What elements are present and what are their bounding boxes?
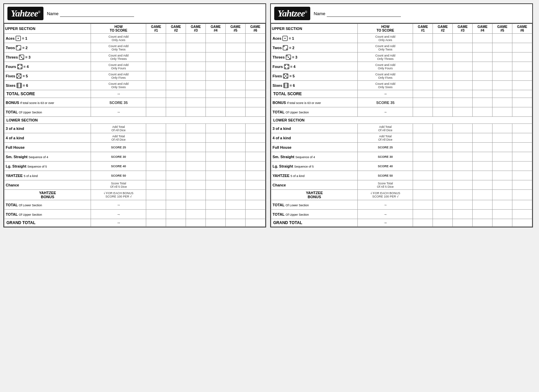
lower-cell-5-game-1[interactable] — [166, 171, 186, 180]
lower-cell-0-game-2[interactable] — [453, 124, 473, 133]
yahtzee-bonus-game-5[interactable] — [512, 190, 532, 200]
lower-cell-6-game-4[interactable] — [226, 180, 246, 190]
upper-cell-4-game-2[interactable] — [186, 71, 206, 81]
lower-cell-1-game-5[interactable] — [246, 133, 265, 143]
upper-cell-2-game-3[interactable] — [473, 52, 493, 62]
upper-cell-4-game-5[interactable] — [246, 71, 265, 81]
name-input-line[interactable] — [60, 10, 134, 17]
lower-cell-5-game-5[interactable] — [512, 171, 532, 180]
lower-cell-0-game-0[interactable] — [413, 124, 433, 133]
total-upper-game-0[interactable] — [146, 107, 166, 117]
lower-cell-5-game-4[interactable] — [226, 171, 246, 180]
upper-cell-2-game-5[interactable] — [246, 52, 265, 62]
lower-cell-1-game-5[interactable] — [512, 133, 532, 143]
lower-cell-4-game-2[interactable] — [453, 162, 473, 171]
yahtzee-bonus-game-3[interactable] — [473, 190, 493, 200]
upper-cell-1-game-4[interactable] — [493, 43, 512, 52]
upper-cell-4-game-0[interactable] — [146, 71, 166, 81]
bonus-game-0[interactable] — [146, 98, 166, 107]
lower-cell-0-game-0[interactable] — [146, 124, 166, 133]
upper-cell-3-game-4[interactable] — [493, 62, 512, 71]
total-upper2-game-2[interactable] — [186, 210, 206, 219]
upper-cell-3-game-0[interactable] — [146, 62, 166, 71]
yahtzee-bonus-game-4[interactable] — [493, 190, 512, 200]
lower-cell-0-game-2[interactable] — [186, 124, 206, 133]
lower-cell-6-game-1[interactable] — [433, 180, 453, 190]
name-input-line[interactable] — [327, 10, 401, 17]
upper-cell-3-game-2[interactable] — [453, 62, 473, 71]
total-upper2-game-1[interactable] — [433, 210, 453, 219]
total-score-game-3[interactable] — [206, 90, 226, 98]
bonus-game-4[interactable] — [226, 98, 246, 107]
lower-cell-2-game-0[interactable] — [146, 143, 166, 152]
upper-cell-3-game-5[interactable] — [246, 62, 265, 71]
lower-cell-4-game-3[interactable] — [473, 162, 493, 171]
lower-cell-2-game-2[interactable] — [186, 143, 206, 152]
upper-cell-5-game-3[interactable] — [206, 81, 226, 90]
upper-cell-5-game-0[interactable] — [413, 81, 433, 90]
upper-cell-1-game-2[interactable] — [186, 43, 206, 52]
total-upper-game-4[interactable] — [493, 107, 512, 117]
bonus-game-5[interactable] — [512, 98, 532, 107]
upper-cell-5-game-2[interactable] — [453, 81, 473, 90]
total-lower-game-5[interactable] — [246, 200, 265, 210]
upper-cell-4-game-3[interactable] — [473, 71, 493, 81]
upper-cell-0-game-0[interactable] — [146, 34, 166, 43]
total-score-game-1[interactable] — [433, 90, 453, 98]
upper-cell-5-game-0[interactable] — [146, 81, 166, 90]
total-lower-game-2[interactable] — [186, 200, 206, 210]
grand-total-game-3[interactable] — [206, 219, 226, 227]
total-upper-game-0[interactable] — [413, 107, 433, 117]
lower-cell-5-game-4[interactable] — [493, 171, 512, 180]
upper-cell-0-game-2[interactable] — [453, 34, 473, 43]
bonus-game-2[interactable] — [186, 98, 206, 107]
total-score-game-4[interactable] — [493, 90, 512, 98]
yahtzee-bonus-game-1[interactable] — [433, 190, 453, 200]
upper-cell-5-game-4[interactable] — [493, 81, 512, 90]
upper-cell-3-game-3[interactable] — [473, 62, 493, 71]
upper-cell-3-game-2[interactable] — [186, 62, 206, 71]
upper-cell-1-game-0[interactable] — [413, 43, 433, 52]
lower-cell-2-game-1[interactable] — [433, 143, 453, 152]
grand-total-game-2[interactable] — [453, 219, 473, 227]
total-upper2-game-4[interactable] — [226, 210, 246, 219]
total-upper-game-5[interactable] — [512, 107, 532, 117]
total-score-game-5[interactable] — [246, 90, 265, 98]
upper-cell-5-game-3[interactable] — [473, 81, 493, 90]
upper-cell-1-game-5[interactable] — [512, 43, 532, 52]
total-upper-game-4[interactable] — [226, 107, 246, 117]
bonus-game-4[interactable] — [493, 98, 512, 107]
lower-cell-5-game-1[interactable] — [433, 171, 453, 180]
lower-cell-1-game-1[interactable] — [433, 133, 453, 143]
upper-cell-1-game-5[interactable] — [246, 43, 265, 52]
yahtzee-bonus-game-0[interactable] — [413, 190, 433, 200]
lower-cell-4-game-3[interactable] — [206, 162, 226, 171]
bonus-game-5[interactable] — [246, 98, 265, 107]
bonus-game-3[interactable] — [206, 98, 226, 107]
lower-cell-1-game-2[interactable] — [186, 133, 206, 143]
yahtzee-bonus-game-1[interactable] — [166, 190, 186, 200]
lower-cell-3-game-1[interactable] — [166, 152, 186, 162]
lower-cell-3-game-3[interactable] — [206, 152, 226, 162]
upper-cell-4-game-1[interactable] — [433, 71, 453, 81]
upper-cell-1-game-4[interactable] — [226, 43, 246, 52]
lower-cell-6-game-5[interactable] — [246, 180, 265, 190]
lower-cell-5-game-2[interactable] — [186, 171, 206, 180]
upper-cell-1-game-2[interactable] — [453, 43, 473, 52]
upper-cell-3-game-1[interactable] — [166, 62, 186, 71]
lower-cell-1-game-4[interactable] — [226, 133, 246, 143]
lower-cell-1-game-1[interactable] — [166, 133, 186, 143]
lower-cell-3-game-5[interactable] — [246, 152, 265, 162]
total-lower-game-3[interactable] — [473, 200, 493, 210]
lower-cell-2-game-5[interactable] — [246, 143, 265, 152]
total-upper2-game-3[interactable] — [473, 210, 493, 219]
lower-cell-3-game-3[interactable] — [473, 152, 493, 162]
upper-cell-5-game-5[interactable] — [246, 81, 265, 90]
lower-cell-3-game-1[interactable] — [433, 152, 453, 162]
total-lower-game-5[interactable] — [512, 200, 532, 210]
upper-cell-0-game-5[interactable] — [246, 34, 265, 43]
lower-cell-4-game-5[interactable] — [512, 162, 532, 171]
grand-total-game-2[interactable] — [186, 219, 206, 227]
upper-cell-2-game-3[interactable] — [206, 52, 226, 62]
lower-cell-2-game-3[interactable] — [473, 143, 493, 152]
